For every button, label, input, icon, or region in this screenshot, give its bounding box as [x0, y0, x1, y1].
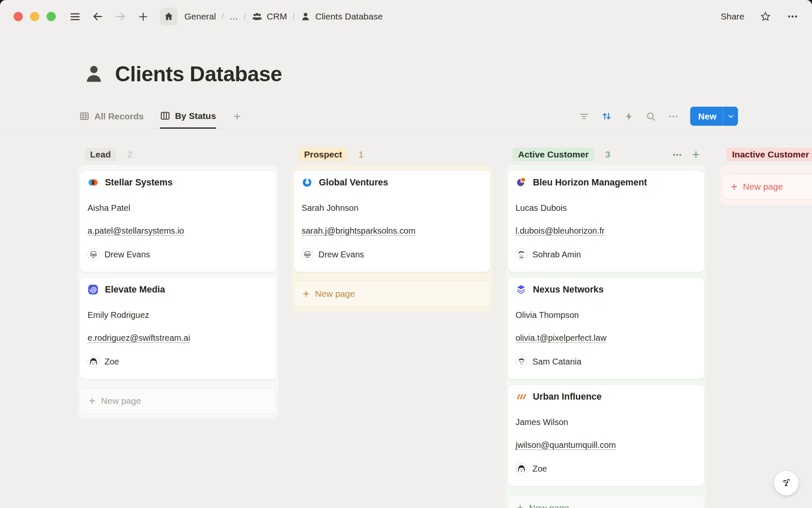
column-status-pill[interactable]: Active Customer: [513, 148, 594, 161]
board: Lead2Stellar SystemsAisha Patela.patel@s…: [78, 146, 812, 508]
column-status-pill[interactable]: Prospect: [299, 148, 348, 161]
new-record-label: New: [690, 111, 723, 121]
people-icon: [252, 11, 263, 22]
card-title-row: Stellar Systems: [88, 177, 269, 188]
column-more-icon[interactable]: •••: [673, 151, 682, 158]
new-page-label: New page: [529, 503, 569, 508]
filter-icon[interactable]: [579, 111, 590, 122]
new-page-label: New page: [101, 396, 141, 406]
card-elevate-media[interactable]: Elevate MediaEmily Rodrigueze.rodriguez@…: [80, 277, 277, 379]
column-count: 3: [605, 149, 610, 160]
company-name: Global Ventures: [319, 177, 388, 188]
app-window: General / … / CRM / Clients Database Sha…: [0, 0, 812, 508]
sort-icon[interactable]: [601, 110, 612, 122]
contact-name: James Wilson: [516, 417, 697, 428]
view-tabs-row: All Records By Status +: [0, 104, 812, 129]
home-button[interactable]: [160, 8, 178, 25]
new-page-button[interactable]: +New page: [80, 388, 277, 414]
card-title-row: Nexus Networks: [516, 284, 697, 295]
company-icon-spiral: [88, 284, 99, 295]
card-title-row: Urban Influence: [516, 391, 697, 402]
search-icon[interactable]: [645, 111, 656, 122]
forward-icon[interactable]: [115, 11, 126, 22]
view-more-icon[interactable]: [668, 111, 679, 122]
automation-icon[interactable]: [624, 111, 634, 121]
company-name: Elevate Media: [105, 284, 165, 295]
column-count: 2: [127, 149, 132, 160]
page-title[interactable]: Clients Database: [115, 62, 282, 86]
back-icon[interactable]: [92, 11, 104, 22]
contact-email-link[interactable]: e.rodriguez@swiftstream.ai: [88, 333, 269, 343]
column-body-lead: Stellar SystemsAisha Patela.patel@stella…: [78, 165, 278, 419]
card-stellar-systems[interactable]: Stellar SystemsAisha Patela.patel@stella…: [80, 170, 277, 272]
column-prospect: Prospect1Global VenturesSarah Johnsonsar…: [292, 146, 492, 312]
new-tab-icon[interactable]: [137, 11, 149, 22]
share-button[interactable]: Share: [721, 11, 744, 22]
company-name: Stellar Systems: [105, 177, 173, 188]
owner-name: Zoe: [532, 464, 547, 474]
owner-name: Drew Evans: [318, 250, 364, 260]
plus-icon: +: [303, 288, 310, 300]
breadcrumb-general[interactable]: General: [184, 11, 216, 22]
card-title-row: Elevate Media: [88, 284, 269, 295]
new-record-button[interactable]: New: [690, 107, 738, 126]
new-record-dropdown[interactable]: [723, 107, 738, 126]
contact-email-link[interactable]: sarah.j@brightsparksolns.com: [302, 226, 483, 236]
topbar-actions: Share: [721, 11, 798, 22]
more-options-icon[interactable]: [787, 11, 798, 22]
card-bleu-horizon-management[interactable]: Bleu Horizon ManagementLucas Duboisl.dub…: [508, 170, 705, 272]
breadcrumb-separator: /: [293, 12, 295, 22]
breadcrumb-crm-label: CRM: [267, 11, 287, 22]
column-status-pill[interactable]: Lead: [85, 148, 116, 161]
new-page-button[interactable]: +New page: [721, 174, 812, 200]
column-body-inactive-customer: +New page: [720, 165, 812, 205]
contact-name: Aisha Patel: [88, 203, 269, 213]
breadcrumb-ellipsis[interactable]: …: [229, 11, 238, 22]
tab-all-records[interactable]: All Records: [79, 104, 144, 128]
breadcrumb-crm[interactable]: CRM: [252, 11, 287, 22]
minimize-button[interactable]: [30, 12, 39, 21]
column-inactive-customer: Inactive Customer+New page: [720, 146, 812, 205]
column-header-active-customer: Active Customer3•••+: [506, 146, 706, 163]
owner-name: Sohrab Amin: [532, 250, 581, 260]
card-urban-influence[interactable]: Urban InfluenceJames Wilsonjwilson@quant…: [508, 384, 705, 486]
zoom-button[interactable]: [47, 12, 56, 21]
company-icon-venn-circles: [88, 177, 99, 188]
favorite-star-icon[interactable]: [760, 11, 771, 22]
avatar-drew-evans: [302, 248, 313, 260]
close-button[interactable]: [14, 12, 23, 21]
contact-email-link[interactable]: l.dubois@bleuhorizon.fr: [516, 226, 697, 236]
contact-name: Sarah Johnson: [302, 203, 483, 213]
ai-face-button[interactable]: [774, 471, 798, 495]
contact-email-link[interactable]: a.patel@stellarsystems.io: [88, 226, 269, 236]
page-person-icon[interactable]: [83, 63, 105, 85]
plus-icon: +: [89, 395, 96, 407]
add-view-button[interactable]: +: [234, 104, 241, 128]
breadcrumb: General / … / CRM / Clients Database: [184, 11, 383, 22]
contact-email-link[interactable]: jwilson@quantumquill.com: [516, 440, 697, 450]
company-icon-stripes: [516, 391, 527, 402]
new-page-button[interactable]: +New page: [508, 495, 705, 508]
card-nexus-networks[interactable]: Nexus NetworksOlivia Thompsonolivia.t@pi…: [508, 277, 705, 379]
column-header-inactive-customer: Inactive Customer: [720, 146, 812, 163]
avatar-drew-evans: [88, 248, 99, 260]
tab-by-status-label: By Status: [175, 111, 216, 121]
breadcrumb-clients-database[interactable]: Clients Database: [300, 11, 383, 22]
column-count: 1: [359, 149, 364, 160]
column-status-pill[interactable]: Inactive Customer: [727, 148, 812, 161]
plus-icon: +: [731, 181, 738, 193]
company-icon-ring: [302, 177, 313, 188]
card-global-ventures[interactable]: Global VenturesSarah Johnsonsarah.j@brig…: [294, 170, 491, 272]
window-topbar: General / … / CRM / Clients Database Sha…: [0, 0, 812, 33]
tab-by-status[interactable]: By Status: [160, 104, 216, 129]
new-page-label: New page: [315, 289, 355, 299]
column-lead: Lead2Stellar SystemsAisha Patela.patel@s…: [78, 146, 278, 419]
card-title-row: Bleu Horizon Management: [516, 177, 697, 188]
contact-email-link[interactable]: olivia.t@pixelperfect.law: [516, 333, 697, 343]
tab-all-records-label: All Records: [94, 111, 144, 121]
new-page-button[interactable]: +New page: [294, 281, 491, 307]
column-add-icon[interactable]: +: [692, 149, 700, 161]
contact-name: Olivia Thompson: [516, 310, 697, 320]
owner-name: Sam Catania: [532, 357, 582, 367]
sidebar-menu-icon[interactable]: [69, 11, 81, 22]
